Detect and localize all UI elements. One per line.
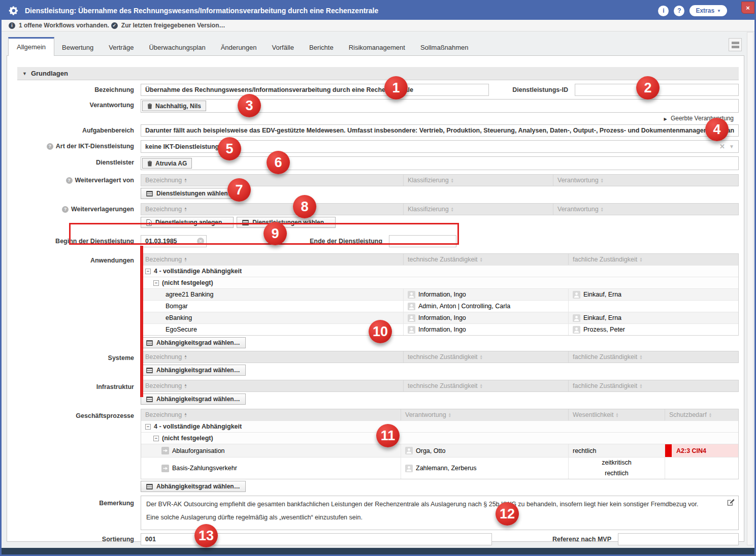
collapse-icon[interactable]: − — [145, 269, 151, 274]
clear-icon[interactable]: ✕ — [719, 143, 725, 150]
table-row[interactable]: Bomgar Admin, Anton | Controlling, Carla — [141, 300, 738, 312]
column-header-verantwortung[interactable]: Verantwortung▲▼ — [401, 409, 569, 420]
person-icon — [405, 447, 413, 454]
tab-bar: Allgemein Bewertung Verträge Überwachung… — [8, 37, 476, 56]
column-header-wesentlichkeit[interactable]: Wesentlichkeit▲▼ — [569, 409, 665, 420]
table-icon — [146, 191, 153, 197]
page-title: Dienstleistung: Übernahme des Rechnungsw… — [25, 7, 378, 15]
tab-ueberwachungsplan[interactable]: Überwachungsplan — [141, 44, 213, 56]
help-icon[interactable]: ? — [66, 177, 73, 184]
version-link[interactable]: Zur letzten freigegebenen Version… — [121, 22, 225, 29]
tab-vorfaelle[interactable]: Vorfälle — [265, 44, 302, 56]
abhaengigkeitsgrad-waehlen-button[interactable]: Abhängigkeitsgrad wählen… — [141, 365, 246, 376]
table-icon — [146, 368, 153, 373]
help-icon[interactable]: ? — [47, 143, 53, 150]
column-header-bezeichnung[interactable]: Bezeichnung▲▼ — [141, 254, 404, 265]
column-header-fachliche-zustaendigkeit[interactable]: fachliche Zuständigkeit▲▼ — [569, 380, 738, 391]
close-button[interactable]: × — [741, 2, 754, 14]
process-arrow-icon — [161, 447, 169, 454]
tab-vertraege[interactable]: Verträge — [101, 44, 141, 56]
group-row-abhaengigkeit[interactable]: −4 - vollständige Abhängigkeit — [141, 265, 738, 277]
table-row[interactable]: agree21 Banking Information, Ingo Einkau… — [141, 288, 738, 300]
ende-input[interactable] — [389, 235, 456, 247]
annotation-badge-11: 11 — [376, 424, 400, 447]
bezeichnung-input[interactable] — [141, 84, 489, 96]
help-icon[interactable]: ? — [62, 206, 69, 213]
column-header-fachliche-zustaendigkeit[interactable]: fachliche Zuständigkeit▲▼ — [569, 351, 738, 363]
column-header-technische-zustaendigkeit[interactable]: technische Zuständigkeit▲▼ — [404, 380, 569, 391]
table-row[interactable]: Ablauforganisation Orga, Otto rechtlich … — [141, 444, 738, 457]
tab-berichte[interactable]: Berichte — [302, 44, 341, 56]
table-icon — [242, 220, 249, 225]
weiterverlagert-von-label: ? Weiterverlagert von — [7, 174, 141, 186]
geerbte-verantwortung-link[interactable]: ▶ Geerbte Verantwortung — [141, 115, 734, 122]
aufgabenbereich-label: Aufgabenbereich — [7, 124, 141, 137]
dienstleistungen-waehlen-button[interactable]: Dienstleistungen wählen… — [237, 217, 336, 228]
collapse-icon[interactable]: − — [153, 280, 159, 286]
chevron-down-icon[interactable]: ▼ — [729, 144, 734, 149]
info-button[interactable]: i — [658, 6, 669, 16]
tab-sollmassnahmen[interactable]: Sollmaßnahmen — [413, 44, 476, 56]
dienstleister-label: Dienstleister — [7, 156, 141, 169]
table-row[interactable]: EgoSecure Information, Ingo Prozess, Pet… — [141, 323, 738, 335]
scrollbar[interactable] — [747, 32, 753, 545]
collapse-icon[interactable]: − — [145, 424, 151, 430]
weiterverlagerungen-table: Bezeichnung▲▼ Klassifizierung▲▼ Verantwo… — [141, 203, 739, 215]
column-header-verantwortung[interactable]: Verantwortung▲▼ — [553, 175, 738, 186]
verantwortung-chip[interactable]: Nachhaltig, Nils — [142, 101, 206, 111]
verantwortung-field[interactable]: Nachhaltig, Nils — [141, 99, 739, 113]
annotation-badge-10: 10 — [369, 320, 392, 343]
table-row[interactable]: eBanking Information, Ingo Einkauf, Erna — [141, 312, 738, 323]
column-header-klassifizierung[interactable]: Klassifizierung▲▼ — [404, 175, 553, 186]
dienstleister-chip[interactable]: Atruvia AG — [142, 158, 192, 169]
column-header-technische-zustaendigkeit[interactable]: technische Zuständigkeit▲▼ — [404, 254, 569, 265]
tab-risikomanagement[interactable]: Risikomanagement — [341, 44, 413, 56]
application-window: Dienstleistung: Übernahme des Rechnungsw… — [0, 0, 756, 556]
column-header-bezeichnung[interactable]: Bezeichnung▲▼ — [141, 175, 404, 186]
help-button[interactable]: ? — [674, 6, 684, 16]
annotation-badge-3: 3 — [238, 94, 261, 117]
clear-date-icon[interactable]: ✕ — [197, 238, 204, 245]
section-grundlagen[interactable]: ▼ Grundlagen — [17, 67, 739, 80]
column-header-bezeichnung[interactable]: Bezeichnung▲▼ — [141, 204, 404, 215]
column-header-technische-zustaendigkeit[interactable]: technische Zuständigkeit▲▼ — [404, 351, 569, 363]
footer-bar — [2, 548, 754, 554]
extras-button[interactable]: Extras ▼ — [689, 5, 727, 16]
group-row-abhaengigkeit[interactable]: −4 - vollständige Abhängigkeit — [141, 420, 738, 432]
edit-icon[interactable] — [727, 499, 735, 506]
dienstleistung-anlegen-button[interactable]: Dienstleistung anlegen… — [141, 217, 234, 228]
abhaengigkeitsgrad-waehlen-button[interactable]: Abhängigkeitsgrad wählen… — [141, 337, 246, 348]
trash-icon[interactable] — [147, 160, 152, 167]
sortierung-input[interactable] — [141, 533, 492, 545]
group-row-nicht-festgelegt[interactable]: −(nicht festgelegt) — [141, 277, 738, 288]
ikt-label: ? Art der IKT-Dienstleistung — [7, 140, 141, 152]
bemerkung-field[interactable]: Der BVR-AK Outsourcing empfiehlt die ges… — [141, 496, 739, 530]
table-row[interactable]: Basis-Zahlungsverkehr Zahlemann, Zerberu… — [141, 457, 738, 479]
column-header-bezeichnung[interactable]: Bezeichnung▲▼ — [141, 351, 404, 363]
trash-icon[interactable] — [147, 103, 152, 109]
weiterverlagerungen-label: ? Weiterverlagerungen — [7, 203, 141, 215]
layout-toggle-button[interactable] — [729, 38, 742, 51]
dienstleistungen-waehlen-button[interactable]: Dienstleistungen wählen… — [141, 188, 240, 199]
aufgabenbereich-input[interactable] — [141, 124, 739, 137]
infrastruktur-table: Bezeichnung▲▼ technische Zuständigkeit▲▼… — [141, 380, 739, 392]
abhaengigkeitsgrad-waehlen-button[interactable]: Abhängigkeitsgrad wählen… — [141, 481, 246, 492]
person-icon — [408, 326, 415, 334]
column-header-verantwortung[interactable]: Verantwortung▲▼ — [553, 204, 738, 215]
triangle-right-icon: ▶ — [664, 117, 667, 121]
tab-aenderungen[interactable]: Änderungen — [213, 44, 265, 56]
column-header-klassifizierung[interactable]: Klassifizierung▲▼ — [404, 204, 553, 215]
group-row-nicht-festgelegt[interactable]: −(nicht festgelegt) — [141, 432, 738, 444]
column-header-fachliche-zustaendigkeit[interactable]: fachliche Zuständigkeit▲▼ — [569, 254, 738, 265]
workflow-notice: 1 offene Workflows vorhanden. — [19, 22, 109, 29]
abhaengigkeitsgrad-waehlen-button[interactable]: Abhängigkeitsgrad wählen… — [141, 394, 246, 405]
tab-bewertung[interactable]: Bewertung — [54, 44, 101, 56]
column-header-bezeichnung[interactable]: Bezeichnung▲▼ — [141, 380, 404, 391]
referenz-mvp-input[interactable] — [618, 533, 739, 545]
collapse-icon[interactable]: − — [153, 436, 159, 441]
column-header-bezeichnung[interactable]: Bezeichnung▲▼ — [141, 409, 401, 420]
column-header-schutzbedarf[interactable]: Schutzbedarf▲▼ — [665, 409, 738, 420]
tab-allgemein[interactable]: Allgemein — [8, 37, 54, 56]
person-icon — [408, 314, 415, 322]
table-icon — [146, 340, 153, 346]
